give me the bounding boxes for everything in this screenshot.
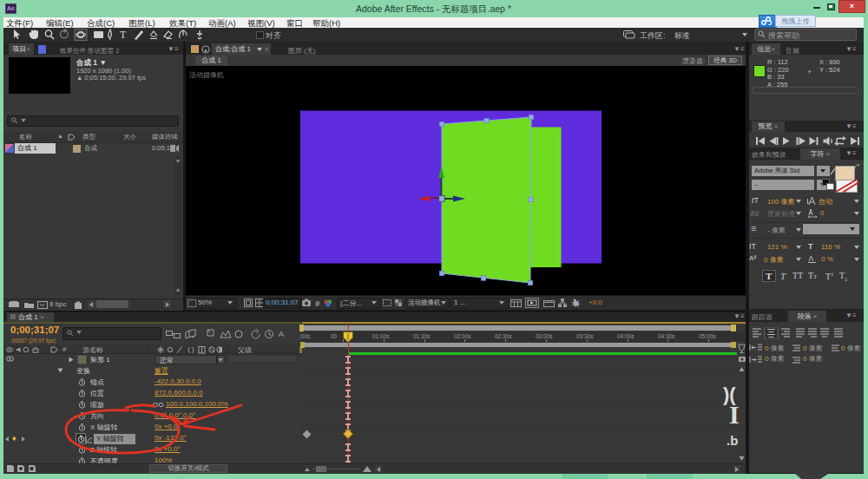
svg-text:T: T — [120, 29, 127, 41]
